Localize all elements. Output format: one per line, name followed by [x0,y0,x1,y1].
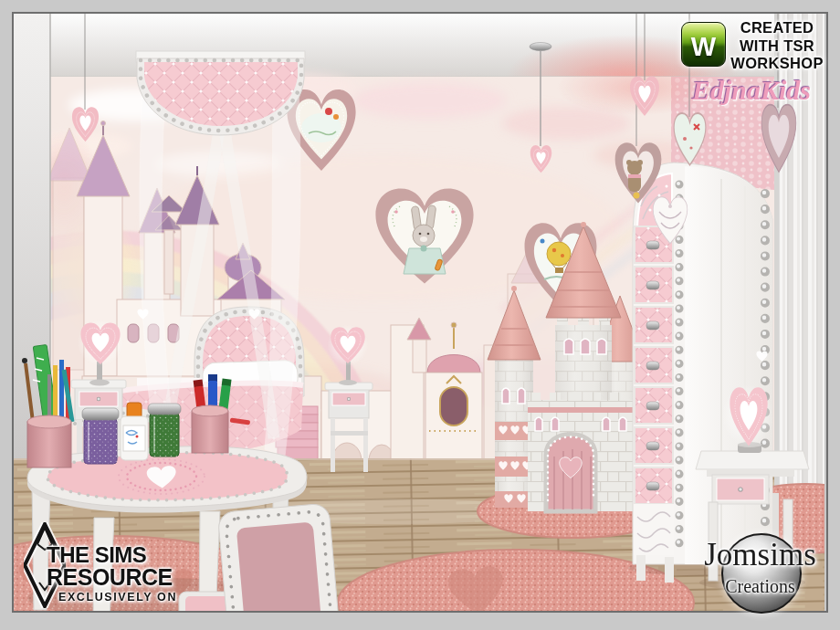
creator-name: Jomsims [685,537,835,573]
castle-heart-band [495,422,533,508]
workshop-caption: CREATED WITH TSR WORKSHOP [723,19,831,73]
glitter-jar-green [148,404,181,457]
workshop-caption-line3: WORKSHOP [723,55,831,73]
tsr-logo: THE SIMS RESOURCE EXCLUSIVELY ON [18,519,228,612]
workshop-caption-line1: CREATED [723,19,831,37]
tsr-logo-line2: RESOURCE [47,564,173,591]
wardrobe-drawers [635,226,673,504]
creator-subtitle: Creations [685,576,835,597]
w-logo-icon: W [691,34,716,60]
marker-cup [192,374,232,453]
wardrobe [628,163,778,583]
tsr-logo-tagline: EXCLUSIVELY ON [58,591,177,604]
brand-signature: EdjnaKids [669,75,834,106]
workshop-caption-line2: WITH TSR [723,37,831,56]
glitter-jar-purple [82,408,119,464]
creator-logo: Jomsims Creations [685,524,835,615]
tsr-workshop-badge: W [681,22,726,67]
castle-gate [546,435,595,512]
tsr-screenshot: W CREATED WITH TSR WORKSHOP EdjnaKids TH… [0,0,840,630]
